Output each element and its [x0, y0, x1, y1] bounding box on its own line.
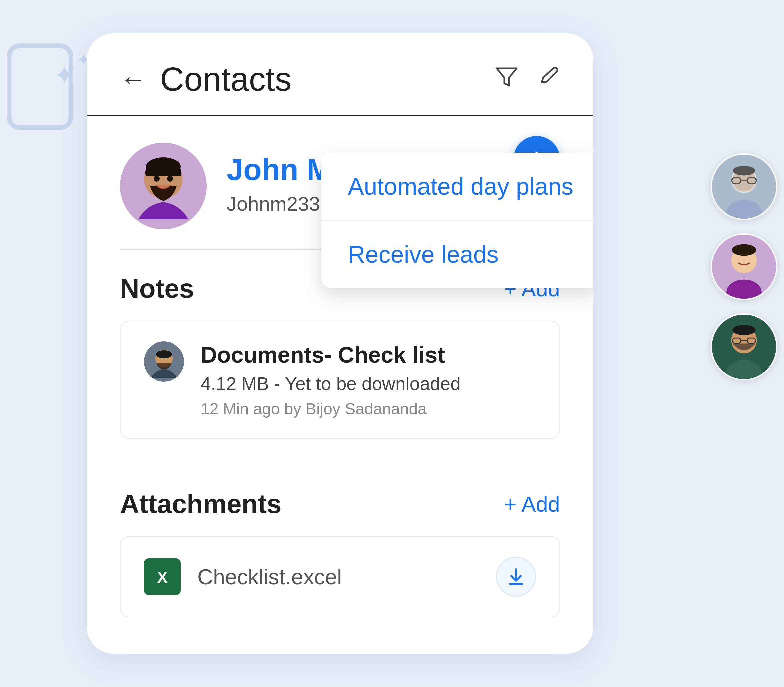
phone-frame: ← Contacts: [87, 33, 593, 654]
svg-marker-19: [497, 68, 517, 86]
attachments-header: Attachments + Add: [120, 488, 560, 519]
dropdown-item-automated-day-plans[interactable]: Automated day plans: [321, 153, 593, 221]
contact-avatar: [120, 143, 207, 229]
attachments-title: Attachments: [120, 488, 282, 519]
side-avatar-1: [711, 153, 777, 220]
note-author-avatar: [144, 342, 184, 381]
svg-point-28: [156, 350, 172, 358]
filter-icon[interactable]: [495, 65, 518, 94]
svg-point-14: [732, 325, 755, 335]
sparkle-icon: ✦: [53, 60, 75, 91]
attachments-section: Attachments + Add X Checklist.excel: [87, 465, 593, 644]
profile-section: John Mathew Johnm233@supercrm.ai + Autom…: [87, 116, 593, 250]
download-button[interactable]: [496, 557, 536, 597]
page-title: Contacts: [160, 60, 292, 99]
excel-icon: X: [144, 558, 180, 595]
svg-line-20: [542, 82, 545, 83]
dropdown-menu: Automated day plans Receive leads: [321, 153, 593, 288]
svg-point-6: [733, 166, 755, 176]
note-card: Documents- Check list 4.12 MB - Yet to b…: [120, 321, 560, 439]
svg-point-24: [154, 176, 160, 182]
header-icons: [495, 65, 560, 94]
svg-point-10: [732, 245, 756, 256]
attachment-name: Checklist.excel: [197, 564, 342, 589]
side-avatar-3: [711, 314, 777, 380]
dropdown-item-receive-leads[interactable]: Receive leads: [321, 221, 593, 288]
svg-point-25: [167, 176, 173, 182]
side-avatars: [711, 153, 777, 380]
decorative-phone: [7, 43, 73, 130]
note-title: Documents- Check list: [201, 342, 461, 368]
notes-title: Notes: [120, 273, 194, 304]
back-button[interactable]: ←: [120, 66, 147, 93]
note-subtitle: 4.12 MB - Yet to be downloaded: [201, 373, 461, 394]
header: ← Contacts: [87, 33, 593, 116]
attachments-add-button[interactable]: + Add: [504, 491, 560, 516]
svg-text:X: X: [157, 569, 168, 586]
attachment-left: X Checklist.excel: [144, 558, 342, 595]
note-meta: 12 Min ago by Bijoy Sadananda: [201, 399, 461, 418]
edit-icon[interactable]: [538, 66, 560, 93]
side-avatar-2: [711, 233, 777, 300]
note-content: Documents- Check list 4.12 MB - Yet to b…: [201, 342, 461, 418]
header-left: ← Contacts: [120, 60, 292, 99]
attachment-card: X Checklist.excel: [120, 536, 560, 617]
